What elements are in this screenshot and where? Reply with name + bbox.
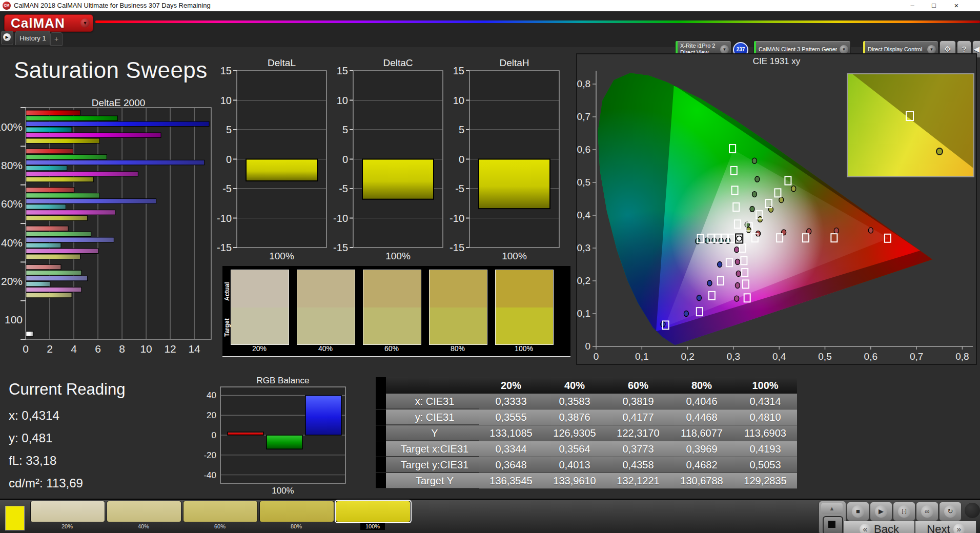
rgb-balance-x-label: 100% xyxy=(220,486,345,496)
svg-text:10: 10 xyxy=(337,95,348,106)
next-button[interactable]: Next » xyxy=(915,521,976,533)
deltae-bar-80%-green xyxy=(26,154,107,159)
deltae-bar-20%-cyan xyxy=(26,281,50,286)
svg-text:100%: 100% xyxy=(0,121,23,133)
svg-text:100: 100 xyxy=(5,314,23,325)
calman-menu-button[interactable]: CalMAN ▼ xyxy=(4,14,93,32)
pattern-stop-button[interactable] xyxy=(823,516,843,533)
svg-text:5: 5 xyxy=(342,124,348,135)
stop-icon xyxy=(828,521,835,528)
table-header-100%: 100% xyxy=(733,377,797,394)
svg-text:0: 0 xyxy=(459,154,464,165)
deltae-bar-100%-green xyxy=(26,116,118,121)
deltae-bar-40%-cyan xyxy=(26,243,61,248)
minimize-button[interactable]: – xyxy=(903,0,922,11)
deltae-bar-20%-green xyxy=(26,270,81,275)
deltae-bar-40%-blue xyxy=(26,237,114,242)
chevron-down-icon: ▼ xyxy=(80,18,90,28)
frame-button[interactable]: [·] xyxy=(893,502,915,521)
table-left-strip xyxy=(376,425,386,441)
table-header-40%: 40% xyxy=(543,377,606,394)
actual-target-strip: Actual Target 20%40%60%80%100% xyxy=(222,266,570,357)
current-reading-title: Current Reading xyxy=(9,380,125,399)
table-row-label: Target Y xyxy=(386,473,479,488)
deltae-bar-40%-red xyxy=(26,226,68,231)
table-cell: 133,9610 xyxy=(543,473,606,489)
pattern-patch-label: 20% xyxy=(30,523,104,529)
svg-text:5: 5 xyxy=(226,124,232,135)
tab-scroll-button[interactable]: ▶ xyxy=(1,31,13,45)
table-corner xyxy=(376,377,386,394)
deltae-bar-80%-yellow xyxy=(26,177,94,182)
deltae-bar-100%-cyan xyxy=(26,127,72,132)
svg-text:20%: 20% xyxy=(1,275,23,287)
table-cell: 0,4468 xyxy=(670,409,733,425)
pattern-patch-60%[interactable] xyxy=(183,501,258,522)
deltal-chart-title: DeltaL xyxy=(237,57,326,69)
deltah-x-label: 100% xyxy=(469,251,559,262)
swatch-level-label: 40% xyxy=(297,344,354,353)
pattern-patch-label: 100% xyxy=(336,523,410,529)
pattern-patch-40%[interactable] xyxy=(107,501,181,522)
table-row-label: Target y:CIE31 xyxy=(386,457,479,473)
pattern-patch-80%[interactable] xyxy=(259,501,334,522)
pattern-patch-20%[interactable] xyxy=(30,501,105,522)
deltae-bar-100%-yellow xyxy=(26,138,99,144)
table-cell: 0,4046 xyxy=(670,394,733,409)
deltae-bar-80%-cyan xyxy=(26,166,67,171)
deltae-bar-40%-green xyxy=(26,232,91,237)
swatch-pair-80% xyxy=(429,270,487,345)
refresh-button[interactable]: ↻ xyxy=(939,502,962,521)
swatch-level-label: 80% xyxy=(429,344,486,353)
deltae-bar-80%-magenta xyxy=(26,171,138,176)
deltae-bar-20%-magenta xyxy=(26,287,81,292)
deltae-bar-60%-blue xyxy=(26,199,156,204)
table-cell: 0,3773 xyxy=(606,441,670,457)
deltae-bar-60%-yellow xyxy=(26,216,88,221)
tab-history-1[interactable]: History 1 xyxy=(15,31,50,45)
back-button[interactable]: « Back xyxy=(844,521,915,533)
pattern-window-dock: ▲ xyxy=(819,501,846,533)
gamut-edge-wedge xyxy=(848,74,973,176)
deltah-chart-title: DeltaH xyxy=(469,57,559,69)
svg-text:2: 2 xyxy=(47,343,53,355)
play-button[interactable]: ▶ xyxy=(870,502,892,521)
pattern-patch-100%[interactable] xyxy=(336,501,411,522)
pattern-patch-label: 60% xyxy=(183,523,257,529)
stop-button[interactable]: ■ xyxy=(847,502,869,521)
svg-text:-15: -15 xyxy=(333,242,348,253)
svg-text:-10: -10 xyxy=(450,213,464,224)
table-cell: 0,3876 xyxy=(543,409,606,425)
svg-text:-5: -5 xyxy=(455,183,464,194)
maximize-button[interactable]: □ xyxy=(925,0,943,11)
svg-text:0: 0 xyxy=(342,154,348,165)
svg-text:-40: -40 xyxy=(203,470,216,480)
dock-up-button[interactable]: ▲ xyxy=(821,503,843,514)
table-row-label: y: CIE31 xyxy=(386,409,479,425)
reading-x: x: 0,4314 xyxy=(9,408,59,423)
target-row-label: Target xyxy=(223,311,231,344)
deltac-bar xyxy=(362,159,434,199)
table-cell: 0,4314 xyxy=(733,394,797,409)
close-button[interactable]: × xyxy=(947,0,966,11)
svg-text:60%: 60% xyxy=(1,198,23,210)
selected-color-swatch xyxy=(5,506,25,530)
swatch-level-label: 20% xyxy=(231,344,288,353)
deltac-x-label: 100% xyxy=(353,251,443,262)
svg-text:80%: 80% xyxy=(1,159,23,171)
loop-button[interactable]: ∞ xyxy=(916,502,938,521)
table-left-strip xyxy=(376,473,386,489)
rainbow-divider xyxy=(95,20,980,23)
play-icon: ▶ xyxy=(3,33,11,41)
svg-text:8: 8 xyxy=(119,343,125,355)
deltae-bar-100%-blue xyxy=(26,121,209,127)
actual-row-label: Actual xyxy=(223,275,231,308)
deltal-x-label: 100% xyxy=(237,251,326,262)
table-cell: 0,3819 xyxy=(606,394,670,409)
deltah-bar xyxy=(479,159,550,209)
table-header-20%: 20% xyxy=(479,377,543,394)
table-left-strip xyxy=(376,394,386,409)
svg-text:-10: -10 xyxy=(333,213,348,224)
add-tab-button[interactable]: + xyxy=(50,32,63,46)
rgb-balance-bar-green xyxy=(267,435,302,449)
